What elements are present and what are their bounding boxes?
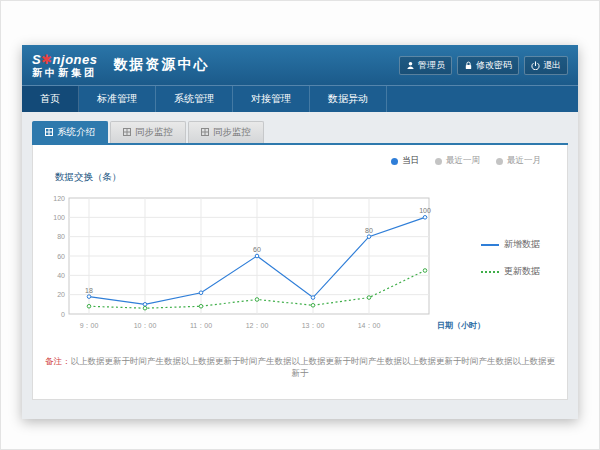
tab-label: 系统介绍: [57, 126, 95, 139]
range-legend-item-1[interactable]: 当日: [391, 155, 419, 167]
main-nav: 首页标准管理系统管理对接管理数据异动: [22, 85, 578, 112]
note-prefix: 备注：: [45, 356, 71, 366]
note-text: 以上数据更新于时间产生数据以上数据更新于时间产生数据以上数据更新于时间产生数据以…: [71, 356, 556, 378]
nav-item-3[interactable]: 系统管理: [156, 86, 233, 112]
legend-dot-icon: [391, 158, 398, 165]
note: 备注：以上数据更新于时间产生数据以上数据更新于时间产生数据以上数据更新于时间产生…: [41, 356, 559, 380]
svg-text:40: 40: [57, 272, 65, 279]
change-password-button[interactable]: 修改密码: [457, 56, 519, 75]
series-line-sample-icon: [481, 244, 499, 246]
svg-text:13：00: 13：00: [302, 322, 325, 329]
range-legend-item-2[interactable]: 最近一周: [435, 155, 480, 167]
nav-item-2[interactable]: 标准管理: [79, 86, 156, 112]
app-window: S✱njones 新中新集团 数据资源中心 管理员 修改密码 退出: [22, 45, 578, 419]
series-legend-item-1[interactable]: 新增数据: [481, 238, 551, 251]
chart-card: 当日最近一周最近一月 数据交换（条） 0204060801001209：0010…: [32, 145, 568, 400]
legend-dot-icon: [435, 158, 442, 165]
legend-dot-icon: [496, 158, 503, 165]
tab-2[interactable]: 同步监控: [110, 121, 186, 143]
legend-label: 最近一周: [446, 155, 480, 167]
grid-icon: [201, 127, 209, 138]
change-password-label: 修改密码: [476, 59, 512, 72]
svg-text:120: 120: [53, 195, 65, 202]
logo: S✱njones 新中新集团: [32, 53, 97, 78]
svg-text:0: 0: [61, 311, 65, 318]
tab-bar: 系统介绍同步监控同步监控: [32, 122, 568, 143]
svg-text:日期（小时）: 日期（小时）: [437, 321, 485, 330]
svg-text:60: 60: [57, 253, 65, 260]
svg-text:18: 18: [85, 287, 93, 294]
series-line-sample-icon: [481, 271, 499, 273]
nav-item-4[interactable]: 对接管理: [233, 86, 310, 112]
app-header: S✱njones 新中新集团 数据资源中心 管理员 修改密码 退出: [22, 45, 578, 85]
tab-label: 同步监控: [213, 126, 251, 139]
legend-label: 当日: [402, 155, 419, 167]
lock-icon: [464, 61, 473, 70]
logout-button[interactable]: 退出: [524, 56, 568, 75]
series-label: 更新数据: [504, 265, 540, 278]
admin-user-label: 管理员: [418, 59, 445, 72]
range-legend: 当日最近一周最近一月: [391, 155, 541, 167]
admin-user-button[interactable]: 管理员: [399, 56, 452, 75]
range-legend-item-3[interactable]: 最近一月: [496, 155, 541, 167]
svg-text:100: 100: [53, 214, 65, 221]
header-actions: 管理员 修改密码 退出: [399, 56, 568, 75]
svg-text:20: 20: [57, 291, 65, 298]
svg-text:10：00: 10：00: [134, 322, 157, 329]
series-label: 新增数据: [504, 238, 540, 251]
svg-text:14：00: 14：00: [358, 322, 381, 329]
logout-label: 退出: [543, 59, 561, 72]
y-axis-title: 数据交换（条）: [55, 171, 559, 184]
svg-text:80: 80: [365, 227, 373, 234]
logo-mark-icon: ✱: [41, 52, 52, 67]
nav-item-5[interactable]: 数据异动: [310, 86, 387, 112]
svg-text:80: 80: [57, 233, 65, 240]
power-icon: [531, 61, 540, 70]
svg-text:11：00: 11：00: [190, 322, 212, 329]
chart-row: 0204060801001209：0010：0011：0012：0013：001…: [41, 186, 559, 340]
tab-1[interactable]: 系统介绍: [32, 121, 108, 143]
grid-icon: [45, 127, 53, 138]
logo-wordmark: S✱njones: [32, 53, 97, 66]
svg-text:12：00: 12：00: [246, 322, 269, 329]
svg-text:100: 100: [419, 207, 431, 214]
logo-subtitle: 新中新集团: [32, 68, 97, 78]
grid-icon: [123, 127, 131, 138]
nav-item-1[interactable]: 首页: [22, 86, 79, 112]
svg-text:9：00: 9：00: [80, 322, 99, 329]
series-legend-item-2[interactable]: 更新数据: [481, 265, 551, 278]
page-title: 数据资源中心: [113, 56, 209, 74]
tab-label: 同步监控: [135, 126, 173, 139]
user-icon: [406, 61, 415, 70]
series-legend: 新增数据更新数据: [481, 186, 551, 340]
line-chart: 0204060801001209：0010：0011：0012：0013：001…: [41, 186, 481, 340]
svg-text:60: 60: [253, 246, 261, 253]
tab-3[interactable]: 同步监控: [188, 121, 264, 143]
legend-label: 最近一月: [507, 155, 541, 167]
content-area: 系统介绍同步监控同步监控 当日最近一周最近一月 数据交换（条） 02040608…: [22, 112, 578, 400]
